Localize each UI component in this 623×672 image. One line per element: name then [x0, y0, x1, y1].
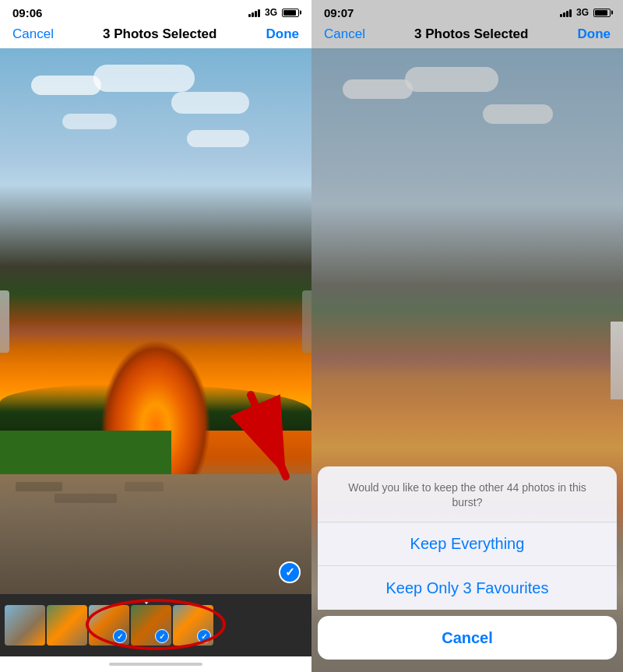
- battery-icon: [282, 9, 299, 17]
- left-done-button[interactable]: Done: [266, 26, 299, 42]
- right-status-icons: 3G: [560, 7, 611, 18]
- right-signal-bars-icon: [560, 8, 572, 17]
- left-status-bar: 09:06 3G: [0, 0, 312, 23]
- left-cancel-button[interactable]: Cancel: [12, 26, 54, 42]
- right-adjacent-photo: [302, 290, 312, 353]
- action-sheet-body: Would you like to keep the other 44 phot…: [318, 466, 617, 610]
- left-adjacent-photo: [0, 290, 9, 353]
- keep-favourites-button[interactable]: Keep Only 3 Favourites: [318, 566, 617, 610]
- stone-detail-3: [125, 482, 164, 491]
- right-panel-adjacent-photo: [611, 322, 623, 399]
- network-label: 3G: [265, 7, 277, 18]
- home-bar: [109, 663, 202, 666]
- right-battery-icon: [593, 9, 611, 17]
- cloud-1: [31, 76, 101, 95]
- main-photo: [0, 48, 312, 594]
- cloud-2: [93, 65, 195, 92]
- left-photo-area: [0, 48, 312, 594]
- left-nav-bar: Cancel 3 Photos Selected Done: [0, 23, 312, 48]
- photo-selection-checkmark: [279, 561, 301, 583]
- right-screen: 09:07 3G Cancel 3 Photos Selected Done: [312, 0, 623, 672]
- cloud-5: [187, 130, 249, 147]
- left-status-icons: 3G: [248, 7, 299, 18]
- stone-wall: [0, 474, 312, 594]
- home-indicator: [0, 656, 312, 672]
- right-time: 09:07: [324, 6, 354, 19]
- right-cloud-3: [483, 104, 553, 124]
- right-nav-title: 3 Photos Selected: [414, 26, 528, 42]
- left-nav-title: 3 Photos Selected: [103, 26, 216, 42]
- action-sheet-cancel-button[interactable]: Cancel: [318, 616, 617, 660]
- cloud-4: [62, 114, 117, 129]
- right-cancel-nav-button[interactable]: Cancel: [324, 26, 365, 42]
- action-sheet: Would you like to keep the other 44 phot…: [312, 466, 623, 672]
- stone-detail-1: [16, 482, 62, 491]
- right-nav-bar: Cancel 3 Photos Selected Done: [312, 23, 623, 48]
- stone-detail-2: [55, 494, 117, 503]
- left-time: 09:06: [12, 6, 42, 19]
- right-status-bar: 09:07 3G: [312, 0, 623, 23]
- keep-everything-button[interactable]: Keep Everything: [318, 522, 617, 566]
- action-sheet-message: Would you like to keep the other 44 phot…: [318, 466, 617, 522]
- cloud-3: [171, 92, 249, 114]
- thumb-2[interactable]: [47, 605, 87, 646]
- signal-bars-icon: [248, 8, 260, 17]
- thumb-1[interactable]: [5, 605, 45, 646]
- grass: [0, 431, 171, 474]
- right-done-button[interactable]: Done: [577, 26, 611, 42]
- right-network-label: 3G: [576, 7, 589, 18]
- thumbnail-strip: [0, 594, 312, 656]
- left-screen: 09:06 3G Cancel 3 Photos Selected Done: [0, 0, 312, 672]
- red-oval-highlight: [86, 599, 226, 650]
- right-cloud-2: [405, 67, 498, 92]
- right-cloud-1: [343, 79, 413, 99]
